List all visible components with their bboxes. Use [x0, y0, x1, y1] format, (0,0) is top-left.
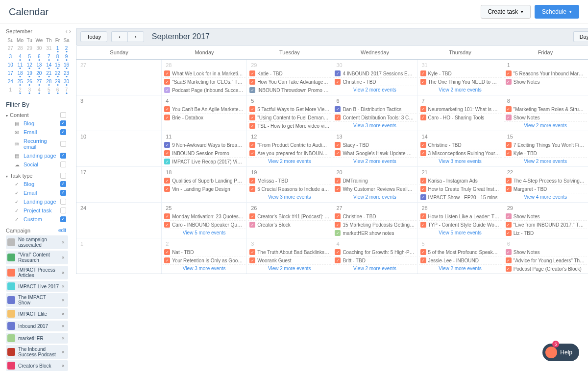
calendar-event[interactable]: ✓15 Marketing Podcasts Getting Me Thr — [333, 221, 416, 229]
mini-cal-day[interactable]: 2 — [15, 86, 25, 94]
filter-item[interactable]: ▤Blog — [6, 119, 71, 128]
mini-cal-day[interactable]: 27 — [6, 44, 15, 52]
calendar-event[interactable]: ✓"SaaS Marketing for CEOs." The Inbo — [163, 78, 245, 86]
schedule-button[interactable]: Schedule▾ — [535, 5, 579, 19]
mini-cal-day[interactable]: 2 — [62, 44, 71, 52]
calendar-event[interactable]: ✓Dan B - Distribution Tactics — [333, 105, 416, 114]
filter-item[interactable]: ✓Email — [6, 188, 71, 197]
day-cell[interactable]: 18✓Qualities of Superb Landing Page Des✓… — [162, 167, 247, 202]
mini-cal-day[interactable]: 6 — [53, 86, 62, 94]
calendar-event[interactable]: ✓Show Notes — [504, 78, 587, 86]
checkbox[interactable] — [60, 190, 66, 196]
calendar-event[interactable]: ✓Show Notes — [504, 212, 587, 221]
mini-cal-day[interactable]: 27 — [34, 77, 45, 86]
calendar-event[interactable]: ✓Kyle - TBD — [419, 70, 502, 78]
mini-cal-day[interactable]: 14 — [45, 61, 53, 69]
more-events-link[interactable]: View 2 more events — [419, 86, 502, 93]
calendar-event[interactable]: ✓What We Look for in a Marketing Strat — [163, 70, 245, 78]
calendar-event[interactable]: ✓Margaret - TBD — [504, 185, 587, 193]
day-cell[interactable]: 20✓DMTraining✓Why Customer Reviews Reall… — [332, 167, 417, 202]
more-events-link[interactable]: View 3 more events — [333, 122, 416, 129]
mini-cal-day[interactable]: 4 — [34, 86, 45, 94]
day-cell[interactable]: 21✓Karisa - Instagram Ads✓How to Create … — [418, 167, 503, 202]
more-events-link[interactable]: View 2 more events — [333, 86, 416, 93]
calendar-event[interactable]: ✓5 Tactful Ways to Get More Views on Y — [248, 105, 331, 114]
checkbox[interactable] — [60, 208, 66, 213]
create-task-button[interactable]: Create task▾ — [481, 5, 531, 19]
more-events-link[interactable]: View 2 more events — [504, 158, 587, 165]
mini-cal-day[interactable]: 30 — [34, 44, 45, 52]
remove-icon[interactable]: × — [60, 270, 67, 276]
calendar-event[interactable]: ✓7 Exciting Things You Won't Find on th — [504, 141, 587, 149]
calendar-event[interactable]: ✓"Live from INBOUND 2017." The IMPA — [504, 221, 587, 229]
calendar-event[interactable]: ✓Caro - INBOUND Speaker Quotes — [163, 221, 245, 229]
mini-cal-day[interactable]: 17 — [6, 69, 15, 77]
filter-group-content[interactable]: ▾Content — [6, 111, 71, 119]
calendar-event[interactable]: ✓Qualities of Superb Landing Page Des — [163, 177, 245, 185]
campaign-chip[interactable]: IMPACT Live 2017× — [6, 281, 68, 292]
day-cell[interactable]: 12✓"From Product Centric to Audience Ce✓… — [247, 131, 332, 166]
mini-cal-day[interactable]: 1 — [53, 44, 62, 52]
next-button[interactable]: › — [127, 31, 144, 42]
day-cell[interactable]: 24 — [76, 203, 162, 238]
day-cell[interactable]: 11✓9 Non-Awkward Ways to Break the Ice✓I… — [162, 131, 247, 166]
day-cell[interactable]: 27 — [76, 60, 162, 95]
calendar-event[interactable]: ✓INBOUND Session Promo — [163, 149, 245, 158]
calendar-event[interactable]: ✓The 4-Step Process to Solving Any Pro — [504, 177, 587, 185]
calendar-event[interactable]: ✓Podcast Page (Creator's Block) — [504, 265, 587, 273]
day-cell[interactable]: 19✓Melissa - TBD✓5 Crucial Reasons to In… — [247, 167, 332, 202]
prev-button[interactable]: ‹ — [111, 31, 127, 42]
campaign-chip[interactable]: "Viral" Content Research× — [6, 251, 68, 264]
day-cell[interactable]: 25✓Monday Motivation: 23 Quotes from IN✓… — [162, 203, 247, 238]
campaign-chip[interactable]: The Inbound Success Podcast× — [6, 345, 68, 359]
remove-icon[interactable]: × — [60, 239, 67, 245]
calendar-event[interactable]: ✓Stacy - TBD — [333, 141, 416, 149]
remove-icon[interactable]: × — [60, 255, 67, 260]
calendar-event[interactable]: ✓How to Listen Like a Leader: The Bigg — [419, 212, 502, 221]
calendar-event[interactable]: ✓Caro - HO - Sharing Tools — [419, 114, 502, 121]
remove-icon[interactable]: × — [60, 335, 67, 341]
calendar-event[interactable]: ✓The Truth About Bad Backlinks. How t — [248, 248, 331, 256]
mini-cal-day[interactable]: 22 — [53, 69, 62, 77]
remove-icon[interactable]: × — [60, 323, 67, 329]
mini-cal-day[interactable]: 19 — [25, 69, 34, 77]
calendar-event[interactable]: ✓Woorank Guest — [248, 256, 331, 265]
calendar-event[interactable]: ✓Christine - TBD — [333, 78, 416, 86]
calendar-event[interactable]: ✓Katie - TBD — [248, 70, 331, 78]
calendar-event[interactable]: ✓"5 Reasons Your Inbound Marketing is — [504, 70, 587, 78]
day-cell[interactable]: 8✓"Marketing Team Roles & Structure." T✓… — [503, 95, 588, 131]
more-events-link[interactable]: View 2 more events — [419, 265, 502, 272]
mini-cal-day[interactable]: 5 — [25, 52, 34, 61]
calendar-event[interactable]: ✓Jessie-Lee - INBOUND — [419, 256, 502, 265]
checkbox[interactable] — [60, 141, 66, 147]
calendar-event[interactable]: ✓4 INBOUND 2017 Sessions Every Crea — [333, 70, 416, 78]
more-events-link[interactable]: View 2 more events — [248, 158, 331, 165]
mini-cal-prev[interactable]: ‹ — [66, 28, 68, 35]
calendar-event[interactable]: ✓Creator's Block — [248, 221, 331, 229]
day-cell[interactable]: 7✓Neuromarketing 101: What is Neurom✓Car… — [418, 95, 503, 131]
day-cell[interactable]: 29✓Katie - TBD✓How You Can Take Advantag… — [247, 60, 332, 95]
mini-cal-day[interactable]: 5 — [45, 86, 53, 94]
mini-cal-day[interactable]: 4 — [15, 52, 25, 61]
more-events-link[interactable]: View 4 more events — [504, 193, 587, 201]
more-events-link[interactable]: View 3 more events — [419, 158, 502, 165]
calendar-event[interactable]: ✓Kyle - TBD — [504, 149, 587, 158]
checkbox[interactable] — [60, 199, 66, 205]
calendar-event[interactable]: ✓Creator's Block #41 [Podcast]: Skills A — [248, 212, 331, 221]
day-cell[interactable]: 28✓What We Look for in a Marketing Strat… — [162, 60, 247, 95]
calendar-event[interactable]: ✓5 of the Most Profound Speakers & Le — [419, 248, 502, 256]
filter-item[interactable]: ✓Landing page — [6, 197, 71, 206]
more-events-link[interactable]: View 2 more events — [333, 193, 416, 201]
calendar-event[interactable]: ✓Coaching for Growth: 5 High-Performin — [333, 248, 416, 256]
filter-item[interactable]: ✓Blog — [6, 180, 71, 188]
day-cell[interactable]: 2✓Nat - TBD✓Your Retention is Only as Go… — [162, 238, 247, 274]
campaign-chip[interactable]: IMPACT Elite× — [6, 308, 68, 319]
mini-cal-day[interactable]: 6 — [34, 52, 45, 61]
checkbox[interactable] — [60, 216, 66, 222]
day-cell[interactable]: 4✓You Can't Be An Agile Marketer Witho✓B… — [162, 95, 247, 131]
day-cell[interactable]: 3 — [76, 95, 162, 131]
campaign-chip[interactable]: marketHER× — [6, 333, 68, 344]
mini-cal-day[interactable]: 21 — [45, 69, 53, 77]
calendar-event[interactable]: ✓Podcast Page (Inbound Success Podc — [163, 86, 245, 94]
mini-cal-day[interactable]: 26 — [25, 77, 34, 86]
